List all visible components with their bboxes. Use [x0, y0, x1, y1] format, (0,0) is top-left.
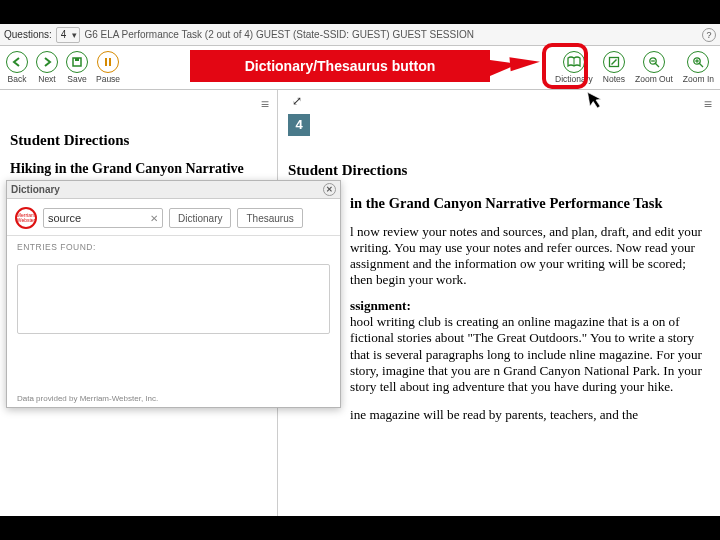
- svg-line-10: [700, 64, 704, 68]
- notes-label: Notes: [603, 74, 625, 84]
- question-number: 4: [61, 29, 67, 40]
- chevron-down-icon: ▾: [72, 30, 77, 40]
- pause-button[interactable]: Pause: [96, 51, 120, 84]
- save-icon: [66, 51, 88, 73]
- dialog-search-row: Merriam Webster source ✕ Dictionary Thes…: [7, 199, 340, 236]
- zoom-in-icon: [687, 51, 709, 73]
- task-title-left: Hiking in the Grand Canyon Narrative: [10, 161, 267, 177]
- paragraph-3: ine magazine will be read by parents, te…: [350, 407, 710, 423]
- callout-text: Dictionary/Thesaurus button: [245, 58, 436, 74]
- close-icon[interactable]: ✕: [323, 183, 336, 196]
- dialog-title: Dictionary: [11, 184, 60, 195]
- svg-rect-2: [105, 58, 107, 66]
- svg-rect-3: [109, 58, 111, 66]
- question-number-badge: 4: [288, 114, 310, 136]
- dialog-titlebar[interactable]: Dictionary ✕: [7, 181, 340, 199]
- dictionary-label: Dictionary: [555, 74, 593, 84]
- clear-icon[interactable]: ✕: [150, 213, 158, 224]
- search-value: source: [48, 212, 81, 224]
- zoom-out-label: Zoom Out: [635, 74, 673, 84]
- task-title-right: in the Grand Canyon Narrative Performanc…: [350, 195, 710, 212]
- dictionary-tab[interactable]: Dictionary: [169, 208, 231, 228]
- results-box[interactable]: [17, 264, 330, 334]
- student-directions-heading-right: Student Directions: [288, 162, 710, 179]
- zoom-out-icon: [643, 51, 665, 73]
- paragraph-1: l now review your notes and sources, and…: [350, 224, 710, 288]
- back-label: Back: [8, 74, 27, 84]
- assignment-label: ssignment:: [350, 298, 710, 314]
- cursor-icon: [586, 89, 605, 111]
- question-selector[interactable]: 4 ▾: [56, 27, 81, 43]
- entries-found-label: ENTRIES FOUND:: [7, 236, 340, 258]
- dict-tab-label: Dictionary: [178, 213, 222, 224]
- zoom-in-label: Zoom In: [683, 74, 714, 84]
- dictionary-dialog[interactable]: Dictionary ✕ Merriam Webster source ✕ Di…: [6, 180, 341, 408]
- search-input[interactable]: source ✕: [43, 208, 163, 228]
- save-button[interactable]: Save: [66, 51, 88, 84]
- hamburger-icon-right[interactable]: ≡: [704, 96, 712, 112]
- hamburger-icon[interactable]: ≡: [261, 96, 269, 112]
- arrow-right-icon: [36, 51, 58, 73]
- header-bar: Questions: 4 ▾ G6 ELA Performance Task (…: [0, 24, 720, 46]
- callout-arrow-2: [509, 55, 540, 72]
- book-icon: [563, 51, 585, 73]
- data-credit: Data provided by Merriam-Webster, Inc.: [17, 394, 158, 403]
- thesaurus-tab[interactable]: Thesaurus: [237, 208, 302, 228]
- svg-line-7: [655, 64, 659, 68]
- help-icon[interactable]: ?: [702, 28, 716, 42]
- paragraph-2: hool writing club is creating an online …: [350, 314, 710, 394]
- next-button[interactable]: Next: [36, 51, 58, 84]
- arrow-left-icon: [6, 51, 28, 73]
- svg-rect-1: [75, 58, 79, 61]
- zoom-in-button[interactable]: Zoom In: [683, 51, 714, 84]
- pause-label: Pause: [96, 74, 120, 84]
- mw-text: Merriam Webster: [17, 213, 36, 223]
- zoom-out-button[interactable]: Zoom Out: [635, 51, 673, 84]
- merriam-webster-logo: Merriam Webster: [15, 207, 37, 229]
- dictionary-button[interactable]: Dictionary: [555, 51, 593, 84]
- pause-icon: [97, 51, 119, 73]
- pencil-square-icon: [603, 51, 625, 73]
- next-label: Next: [38, 74, 55, 84]
- questions-label: Questions:: [4, 29, 52, 40]
- student-directions-heading: Student Directions: [10, 132, 267, 149]
- callout-box: Dictionary/Thesaurus button: [190, 50, 490, 82]
- back-button[interactable]: Back: [6, 51, 28, 84]
- right-pane: ⤢ ≡ 4 Student Directions in the Grand Ca…: [278, 90, 720, 516]
- breadcrumb: G6 ELA Performance Task (2 out of 4) GUE…: [84, 29, 474, 40]
- notes-button[interactable]: Notes: [603, 51, 625, 84]
- thes-tab-label: Thesaurus: [246, 213, 293, 224]
- save-label: Save: [67, 74, 86, 84]
- expand-icon[interactable]: ⤢: [292, 94, 302, 108]
